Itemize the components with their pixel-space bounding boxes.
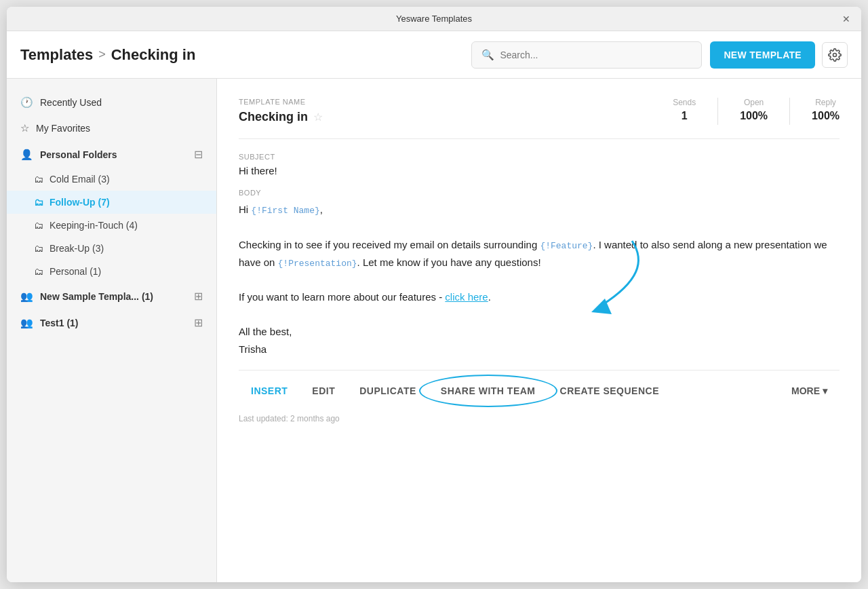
add-new-sample-button[interactable]: ⊞ bbox=[194, 290, 203, 303]
search-input[interactable] bbox=[500, 50, 692, 60]
svg-point-0 bbox=[833, 53, 837, 56]
reply-value: 100% bbox=[812, 110, 840, 122]
header: Templates > Checking in 🔍 NEW TEMPLATE bbox=[7, 31, 861, 79]
group-icon-2: 👥 bbox=[20, 317, 33, 329]
body-comma: , bbox=[320, 204, 323, 215]
folder-cold-email[interactable]: 🗂 Cold Email (3) bbox=[7, 168, 216, 191]
folder-personal-label: Personal (1) bbox=[50, 266, 101, 277]
sends-label: Sends bbox=[673, 98, 696, 107]
breadcrumb-separator: > bbox=[98, 48, 106, 62]
body-line2-end2: . Let me know if you have any questions! bbox=[357, 256, 541, 268]
subject-label: Subject bbox=[239, 153, 840, 161]
personal-folders-section[interactable]: 👤 Personal Folders ⊟ bbox=[7, 141, 216, 168]
breadcrumb-root[interactable]: Templates bbox=[20, 46, 93, 64]
folder-icon: 🗂 bbox=[34, 174, 43, 185]
share-with-team-button[interactable]: SHARE WITH TEAM bbox=[429, 380, 548, 402]
template-stats: Sends 1 Open 100% Reply 100% bbox=[673, 98, 840, 125]
app-window: Yesware Templates ✕ Templates > Checking… bbox=[7, 7, 861, 582]
click-here-link[interactable]: click here bbox=[445, 291, 488, 303]
template-info: Template Name Checking in ☆ bbox=[239, 98, 673, 124]
main-content: 🕐 Recently Used ☆ My Favorites 👤 Persona… bbox=[7, 79, 861, 582]
breadcrumb-current: Checking in bbox=[111, 46, 196, 64]
folder-follow-up[interactable]: 🗂 Follow-Up (7) bbox=[7, 191, 216, 214]
stat-open: Open 100% bbox=[740, 98, 768, 122]
star-icon: ☆ bbox=[20, 122, 29, 134]
content-area: Template Name Checking in ☆ Sends 1 Open… bbox=[217, 79, 861, 582]
stat-divider-1 bbox=[717, 98, 718, 125]
group-icon: 👥 bbox=[20, 290, 33, 303]
stat-reply: Reply 100% bbox=[812, 98, 840, 122]
actions-bar: INSERT EDIT DUPLICATE SHARE WITH TEAM CR… bbox=[239, 370, 840, 408]
share-button-wrapper: SHARE WITH TEAM bbox=[429, 380, 548, 402]
stat-sends: Sends 1 bbox=[673, 98, 696, 122]
body-line2-start: Checking in to see if you received my em… bbox=[239, 239, 540, 250]
folder-cold-email-label: Cold Email (3) bbox=[50, 174, 110, 185]
folder-icon: 🗂 bbox=[34, 220, 43, 231]
stat-divider-2 bbox=[789, 98, 790, 125]
window-title: Yesware Templates bbox=[396, 14, 472, 24]
var-first-name: {!First Name} bbox=[251, 206, 319, 216]
sidebar-item-recently-used[interactable]: 🕐 Recently Used bbox=[7, 90, 216, 115]
body-line3-start: If you want to learn more about our feat… bbox=[239, 291, 445, 303]
sidebar-item-my-favorites[interactable]: ☆ My Favorites bbox=[7, 115, 216, 141]
close-button[interactable]: ✕ bbox=[840, 12, 853, 26]
body-section: Body Hi {!First Name}, Checking in to se… bbox=[239, 189, 840, 358]
folder-icon-blue: 🗂 bbox=[34, 197, 43, 208]
body-closing: All the best, bbox=[239, 323, 840, 341]
folder-keeping-in-touch-label: Keeping-in-Touch (4) bbox=[50, 220, 138, 231]
template-header: Template Name Checking in ☆ Sends 1 Open… bbox=[239, 98, 840, 139]
var-feature: {!Feature} bbox=[540, 241, 593, 251]
personal-folders-label: Personal Folders bbox=[40, 149, 117, 160]
new-sample-section[interactable]: 👥 New Sample Templa... (1) ⊞ bbox=[7, 283, 216, 309]
clock-icon: 🕐 bbox=[20, 96, 33, 109]
template-name-label: Template Name bbox=[239, 98, 673, 106]
insert-button[interactable]: INSERT bbox=[239, 380, 300, 402]
create-sequence-button[interactable]: CREATE SEQUENCE bbox=[548, 380, 671, 402]
folder-icon: 🗂 bbox=[34, 266, 43, 277]
favorite-star-icon[interactable]: ☆ bbox=[313, 111, 323, 124]
subject-section: Subject Hi there! bbox=[239, 153, 840, 176]
sends-value: 1 bbox=[673, 110, 696, 122]
sidebar: 🕐 Recently Used ☆ My Favorites 👤 Persona… bbox=[7, 79, 217, 582]
test1-label: Test1 (1) bbox=[40, 318, 79, 328]
settings-button[interactable] bbox=[822, 42, 848, 68]
open-value: 100% bbox=[740, 110, 768, 122]
template-name: Checking in bbox=[239, 110, 308, 124]
folder-follow-up-label: Follow-Up (7) bbox=[50, 197, 110, 208]
title-bar: Yesware Templates ✕ bbox=[7, 7, 861, 31]
reply-label: Reply bbox=[812, 98, 840, 107]
folder-break-up[interactable]: 🗂 Break-Up (3) bbox=[7, 237, 216, 260]
open-label: Open bbox=[740, 98, 768, 107]
more-button[interactable]: MORE ▾ bbox=[779, 380, 840, 402]
edit-button[interactable]: EDIT bbox=[300, 380, 347, 402]
person-icon: 👤 bbox=[20, 149, 33, 161]
body-line3-end: . bbox=[488, 291, 491, 303]
chevron-down-icon: ▾ bbox=[823, 385, 827, 396]
last-updated: Last updated: 2 months ago bbox=[239, 414, 840, 423]
folder-break-up-label: Break-Up (3) bbox=[50, 243, 104, 254]
var-presentation: {!Presentation} bbox=[278, 259, 357, 269]
folder-keeping-in-touch[interactable]: 🗂 Keeping-in-Touch (4) bbox=[7, 214, 216, 237]
folder-personal[interactable]: 🗂 Personal (1) bbox=[7, 260, 216, 283]
template-name-row: Checking in ☆ bbox=[239, 110, 673, 124]
body-signature: Trisha bbox=[239, 341, 840, 358]
search-icon: 🔍 bbox=[481, 49, 494, 61]
body-label: Body bbox=[239, 189, 840, 197]
search-bar: 🔍 bbox=[471, 41, 702, 69]
breadcrumb: Templates > Checking in bbox=[20, 46, 471, 64]
settings-icon bbox=[828, 48, 842, 62]
add-test1-button[interactable]: ⊞ bbox=[194, 316, 203, 329]
my-favorites-label: My Favorites bbox=[36, 123, 90, 134]
duplicate-button[interactable]: DUPLICATE bbox=[347, 380, 429, 402]
subject-value: Hi there! bbox=[239, 165, 840, 176]
folder-icon: 🗂 bbox=[34, 243, 43, 254]
body-content: Hi {!First Name}, Checking in to see if … bbox=[239, 201, 840, 358]
new-template-button[interactable]: NEW TEMPLATE bbox=[710, 41, 815, 69]
recently-used-label: Recently Used bbox=[40, 97, 102, 108]
new-sample-label: New Sample Templa... (1) bbox=[40, 291, 153, 302]
more-label: MORE bbox=[791, 385, 820, 396]
test1-section[interactable]: 👥 Test1 (1) ⊞ bbox=[7, 309, 216, 336]
collapse-folders-button[interactable]: ⊟ bbox=[194, 148, 203, 161]
body-greeting: Hi bbox=[239, 204, 251, 215]
